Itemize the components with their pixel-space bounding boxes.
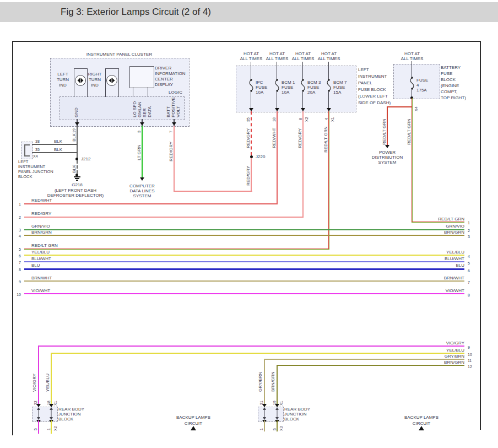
brngrn-right-num: 12 <box>468 364 472 369</box>
wire1-left-num: 1 <box>8 202 21 207</box>
jbl-conn-x1: X1 <box>53 401 58 406</box>
cluster-title: INSTRUMENT PANEL CLUSTER <box>50 52 188 57</box>
fuse4-wire-top <box>328 62 329 80</box>
wire7-label: BLU/WHT <box>31 256 51 261</box>
grybrn-right-num: 11 <box>468 358 472 363</box>
jbm-conn-x1: X1 <box>279 401 284 406</box>
yelblu-right-label: YEL/BLU <box>386 348 464 353</box>
wire6-right-label: YEL/BLU <box>386 250 464 255</box>
fuse1-icon <box>248 79 255 92</box>
viogry-stub <box>38 420 39 434</box>
wire10-label: VIO/WHT <box>31 288 50 293</box>
fuse4-icon <box>326 79 332 92</box>
jbm-pin-1: 1 <box>259 428 264 430</box>
fuse1-wire-top <box>251 62 251 80</box>
lt-grn-wire <box>142 126 143 177</box>
fuse3-label: BCM 3 FUSE 20A <box>307 80 321 95</box>
feeder-right-num: 1 <box>468 220 470 225</box>
pds-arrow-icon <box>385 145 389 148</box>
yelblu-vert-label: YEL/BLU <box>45 374 50 392</box>
wire1-label: RED/WHT <box>31 198 52 203</box>
red-wht-vertical-wire <box>277 111 278 204</box>
red-gry-j220-wire <box>251 158 252 192</box>
wire6-label: YEL/BLU <box>31 250 50 255</box>
viogry-right-label: VIO/GRY <box>386 341 464 346</box>
right-turn-ind-label: RIGHT TURN IND <box>85 72 104 88</box>
figure-title: Fig 3: Exterior Lamps Circuit (2 of 4) <box>61 7 211 18</box>
blk-wire-vertical <box>77 126 78 159</box>
fuse1-label: IPC FUSE 10A <box>256 80 267 95</box>
red-gry-dashed-label: RED/GRY <box>246 128 251 148</box>
jbm-conn-x3: X3 <box>279 426 284 431</box>
hot-label-battery: HOT AT ALL TIMES <box>396 51 429 61</box>
viogry-vert-label: VIO/GRY <box>32 374 37 392</box>
wire-vio-gry-vert <box>38 346 39 407</box>
backup-lamps-left-label: BACKUP LAMPS CIRCUIT <box>171 414 215 427</box>
backup-lamps-right-arrow-icon <box>419 426 424 430</box>
feeder-vertical-label: RED/LT GRN <box>407 118 412 145</box>
fuse2-pin: 18 <box>272 117 277 122</box>
yelblu-stub <box>51 420 52 434</box>
wire-gry-brn-vert <box>264 359 265 407</box>
dic-wire-b <box>148 87 148 96</box>
grybrn-right-label: GRY/BRN <box>386 354 464 359</box>
wire-yel-blu <box>24 255 464 256</box>
backup-lamps-left-arrow-icon <box>191 426 196 430</box>
title-bar: Fig 3: Exterior Lamps Circuit (2 of 4) <box>0 2 498 22</box>
frame-top <box>12 41 481 42</box>
jb-pin-38: 38 <box>35 139 40 144</box>
wire3-right-num: 2 <box>468 228 470 233</box>
cluster-gnd-label: GND <box>74 107 79 117</box>
viogry-right-num: 9 <box>468 345 470 350</box>
blk-wire-35 <box>32 152 78 153</box>
fuse2-wire-top <box>277 62 277 80</box>
red-gry-pin7-wire <box>174 126 175 192</box>
red-ltgrn-vertical-label: RED/LT GRN <box>323 126 328 153</box>
blk-wire-38 <box>32 144 78 145</box>
computer-data-lines-label: COMPUTER DATA LINES SYSTEM <box>120 183 164 198</box>
fuse2-icon <box>274 79 280 92</box>
yelblu-right-num: 10 <box>468 352 472 357</box>
fuse2-label: BCM 1 FUSE 10A <box>282 80 295 95</box>
splice-j220-label: J220 <box>256 154 265 159</box>
jbm-internal-arrows <box>258 407 283 420</box>
wire6-left-num: 6 <box>8 253 21 258</box>
jbl-pin-5: 5 <box>33 428 38 430</box>
battery-fuse-wire-top <box>412 61 412 78</box>
fuse1-pin: 35 <box>246 117 251 122</box>
cluster-batt-col-0: BATT <box>166 106 171 117</box>
dic-display-label: DRIVER INFORMATION CENTER DISPLAY <box>155 66 185 88</box>
wire-red-ltgrn <box>24 249 329 250</box>
wire5-label: RED/LT GRN <box>31 243 58 248</box>
ground-note-label: (LEFT FRONT DASH DEFROSTER DEFLECTOR) <box>42 188 109 198</box>
pin7-number: 7 <box>169 131 174 133</box>
red-gry-dashed-wire <box>251 111 252 155</box>
wiring-diagram-page: Fig 3: Exterior Lamps Circuit (2 of 4) I… <box>0 0 498 448</box>
cluster-logic-label: LOGIC <box>161 90 182 95</box>
pin19-number: 19 <box>72 128 77 133</box>
wire7-left-num: 7 <box>8 260 21 265</box>
feeder-vertical-wire <box>412 98 413 223</box>
wire8-left-num: 8 <box>8 267 21 272</box>
red-wht-vertical-label: RED/WHT <box>272 128 277 148</box>
left-turn-ind-label: LEFT TURN IND <box>53 72 72 88</box>
fuse3-conn: X2 <box>304 117 309 122</box>
pds-branch-vertical <box>387 106 388 145</box>
wire9-left-num: 9 <box>8 279 21 284</box>
wire4-right-num: 3 <box>468 234 470 239</box>
red-gry-pin7-label: RED/GRY <box>169 142 174 161</box>
red-gry-j220-label: RED/GRY <box>246 166 251 186</box>
left-ip-junction-block-label: LEFT INSTRUMENT PANEL JUNCTION BLOCK <box>18 159 53 179</box>
wire4-label: BRN/GRN <box>31 230 52 235</box>
blk-35-label: BLK <box>54 147 62 152</box>
battery-fuse-block-label: BATTERY FUSE BLOCK (ENGINE COMPT, TOP RI… <box>441 64 466 101</box>
cluster-data-col-2: SER <box>142 109 147 117</box>
wire8-right-label: BLU <box>386 263 464 268</box>
jb-conn-x4: X4 <box>33 154 38 159</box>
wire-yel-blu-vert <box>51 353 52 407</box>
wire-blu <box>24 268 464 270</box>
dic-display-box <box>129 66 154 88</box>
fuse4-label: BCM 7 FUSE 15A <box>333 80 347 95</box>
wire-brn-grn-2 <box>277 365 464 366</box>
wire10-right-num: 8 <box>468 293 470 298</box>
